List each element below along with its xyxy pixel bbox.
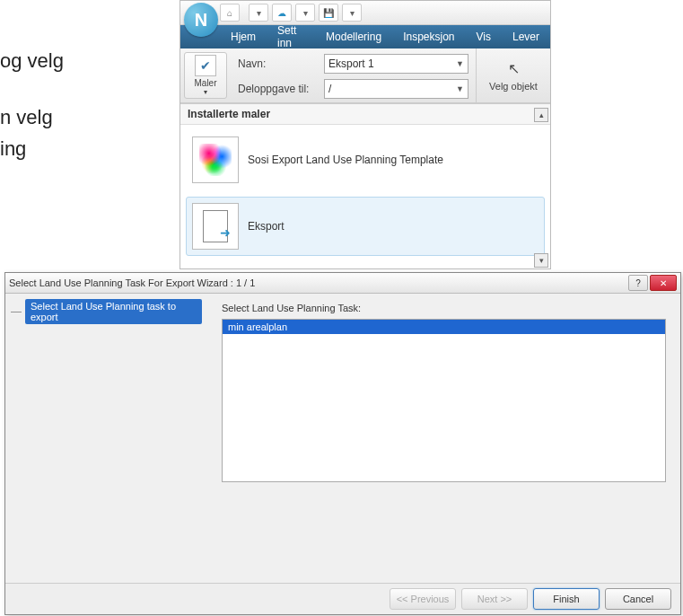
subtask-label: Deloppgave til:	[238, 83, 319, 95]
ribbon-tab-inspeksjon[interactable]: Inspeksjon	[392, 25, 465, 48]
wizard-titlebar: Select Land Use Planning Task For Export…	[5, 273, 680, 294]
qat-dropdown-2[interactable]: ▾	[295, 4, 315, 22]
checklist-icon: ✔	[195, 55, 216, 76]
wizard-body: — Select Land Use Planning task to expor…	[5, 294, 680, 583]
nav-collapse-icon[interactable]: —	[11, 305, 22, 318]
maler-button[interactable]: ✔ Maler ▾	[184, 52, 227, 99]
template-thumb-icon	[192, 136, 239, 183]
wizard-steps-nav: — Select Land Use Planning task to expor…	[5, 294, 207, 583]
templates-list: Sosi Export Land Use Planning Template E…	[180, 125, 550, 269]
previous-button: << Previous	[390, 588, 456, 610]
name-combo-value: Eksport 1	[328, 57, 374, 70]
task-list[interactable]: min arealplan	[222, 319, 666, 482]
qat-dropdown-3[interactable]: ▾	[342, 4, 362, 22]
bg-text-line-3: ing	[0, 133, 64, 164]
wizard-footer: << Previous Next >> Finish Cancel	[5, 583, 680, 614]
app-logo-letter: N	[195, 10, 207, 31]
app-logo[interactable]: N	[184, 3, 218, 37]
ribbon-toolbar: ✔ Maler ▾ Navn: Eksport 1 ▼ Deloppgave t…	[180, 48, 550, 103]
cloud-icon[interactable]: ☁	[272, 4, 292, 22]
name-label: Navn:	[238, 57, 319, 70]
task-list-label: Select Land Use Planning Task:	[222, 303, 666, 313]
subtask-combo[interactable]: / ▼	[324, 79, 468, 99]
app-window: N ⌂ ▾ ☁ ▾ 💾 ▾ Hjem Sett inn Modellering …	[180, 0, 551, 269]
ribbon-tab-hjem[interactable]: Hjem	[220, 25, 267, 48]
help-button[interactable]: ?	[628, 275, 648, 291]
name-combo[interactable]: Eksport 1 ▼	[324, 54, 468, 74]
close-button[interactable]: ✕	[650, 275, 677, 291]
templates-area: ▴ Installerte maler Sosi Export Land Use…	[180, 103, 550, 269]
subtask-combo-value: /	[328, 83, 331, 95]
chevron-down-icon: ▼	[456, 84, 464, 93]
quick-access-toolbar: ⌂ ▾ ☁ ▾ 💾 ▾	[180, 1, 550, 25]
chevron-down-icon: ▾	[204, 88, 207, 96]
select-objects-label: Velg objekt	[489, 81, 538, 92]
template-thumb-icon	[192, 203, 239, 250]
ribbon-tabs: Hjem Sett inn Modellering Inspeksjon Vis…	[180, 25, 550, 48]
task-list-item[interactable]: min arealplan	[223, 320, 665, 334]
home-icon[interactable]: ⌂	[220, 4, 240, 22]
export-wizard-dialog: Select Land Use Planning Task For Export…	[4, 272, 681, 615]
next-button: Next >>	[461, 588, 528, 610]
bg-text-line-2: n velg	[0, 101, 64, 133]
ribbon-tab-modellering[interactable]: Modellering	[315, 25, 392, 48]
ribbon-tab-vis[interactable]: Vis	[466, 25, 502, 48]
finish-button[interactable]: Finish	[533, 588, 600, 610]
template-item-label: Eksport	[248, 220, 285, 233]
cursor-icon: ↖	[508, 60, 520, 77]
wizard-step-item[interactable]: Select Land Use Planning task to export	[25, 299, 202, 324]
background-text: og velg n velg ing	[0, 45, 64, 165]
select-objects-panel[interactable]: ↖ Velg objekt	[476, 48, 550, 102]
bg-text-line-1: og velg	[0, 45, 64, 76]
cancel-button[interactable]: Cancel	[605, 588, 671, 610]
template-item-sosi[interactable]: Sosi Export Land Use Planning Template	[186, 130, 545, 189]
wizard-title-text: Select Land Use Planning Task For Export…	[9, 277, 255, 288]
template-item-label: Sosi Export Land Use Planning Template	[248, 154, 443, 166]
qat-dropdown-1[interactable]: ▾	[249, 4, 268, 22]
wizard-content: Select Land Use Planning Task: min areal…	[207, 294, 680, 583]
ribbon-tab-settinn[interactable]: Sett inn	[267, 25, 315, 48]
templates-header: Installerte maler	[180, 104, 550, 125]
scroll-up-button[interactable]: ▴	[534, 108, 548, 122]
scroll-down-button[interactable]: ▾	[534, 253, 548, 268]
template-item-eksport[interactable]: Eksport	[186, 197, 545, 256]
maler-label: Maler	[194, 78, 216, 88]
chevron-down-icon: ▼	[456, 59, 464, 68]
save-icon[interactable]: 💾	[319, 4, 338, 22]
form-area: Navn: Eksport 1 ▼ Deloppgave til: / ▼	[231, 48, 476, 102]
ribbon-tab-lever[interactable]: Lever	[502, 25, 550, 48]
